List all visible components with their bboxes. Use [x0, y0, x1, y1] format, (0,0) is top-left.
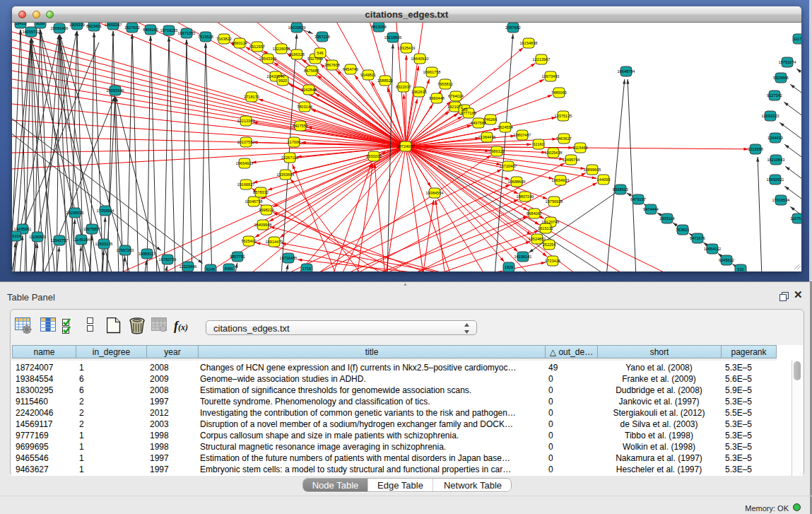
svg-text:12213363: 12213363 — [237, 119, 255, 123]
svg-text:18807249: 18807249 — [517, 194, 534, 199]
svg-text:10654112: 10654112 — [704, 247, 721, 251]
svg-text:9058: 9058 — [36, 23, 45, 25]
svg-text:15692921: 15692921 — [767, 177, 784, 182]
svg-text:7163822: 7163822 — [216, 37, 232, 41]
svg-text:17016534: 17016534 — [772, 198, 790, 202]
svg-text:3357224: 3357224 — [314, 35, 330, 39]
svg-text:16409948: 16409948 — [254, 223, 272, 227]
svg-text:10688609: 10688609 — [508, 180, 526, 184]
svg-text:16961758: 16961758 — [423, 70, 441, 74]
svg-text:14196141: 14196141 — [514, 255, 532, 259]
svg-text:16671355: 16671355 — [178, 31, 196, 35]
svg-text:6794024: 6794024 — [448, 94, 464, 98]
svg-text:2087682: 2087682 — [505, 25, 521, 30]
svg-text:8427552: 8427552 — [293, 124, 308, 128]
svg-text:8813054: 8813054 — [371, 25, 387, 29]
svg-text:9245612: 9245612 — [719, 258, 734, 262]
svg-text:10107552: 10107552 — [237, 140, 255, 144]
svg-text:16914479: 16914479 — [266, 240, 283, 244]
svg-text:8938923: 8938923 — [613, 187, 628, 192]
svg-text:9242848: 9242848 — [301, 88, 317, 92]
svg-text:9920: 9920 — [278, 78, 287, 83]
svg-text:3215958: 3215958 — [748, 147, 763, 151]
svg-text:1588520: 1588520 — [377, 78, 393, 83]
svg-text:252254: 252254 — [543, 243, 556, 247]
svg-text:10719155: 10719155 — [160, 28, 178, 33]
svg-text:3698222: 3698222 — [259, 208, 274, 212]
svg-text:9227342: 9227342 — [767, 93, 782, 98]
svg-text:9777169: 9777169 — [461, 111, 476, 115]
svg-text:8454749: 8454749 — [343, 67, 358, 71]
svg-text:763621: 763621 — [676, 228, 690, 232]
svg-text:19218506: 19218506 — [384, 35, 402, 40]
svg-text:9115460: 9115460 — [572, 146, 587, 150]
svg-text:15716485: 15716485 — [280, 256, 298, 260]
svg-text:12213967: 12213967 — [533, 57, 551, 62]
svg-text:7485063: 7485063 — [551, 90, 567, 95]
svg-text:2935114: 2935114 — [659, 216, 674, 221]
svg-text:3624554: 3624554 — [498, 125, 513, 129]
svg-text:8675685: 8675685 — [304, 69, 319, 73]
svg-text:8923401: 8923401 — [86, 24, 102, 28]
svg-text:39154: 39154 — [12, 234, 21, 238]
svg-text:20053346: 20053346 — [107, 88, 124, 93]
svg-text:10807487: 10807487 — [514, 133, 531, 137]
svg-text:2867608: 2867608 — [324, 63, 340, 67]
svg-text:8660124: 8660124 — [232, 41, 247, 45]
svg-text:117006: 117006 — [288, 140, 300, 144]
svg-text:12375125: 12375125 — [555, 114, 572, 118]
svg-text:7803144: 7803144 — [297, 105, 312, 109]
svg-text:14055712: 14055712 — [23, 30, 40, 34]
svg-text:10025438: 10025438 — [545, 151, 563, 155]
svg-text:8471676: 8471676 — [690, 236, 705, 240]
svg-text:2530203: 2530203 — [366, 154, 382, 158]
svg-text:13524851: 13524851 — [529, 237, 546, 241]
svg-text:19384554: 19384554 — [426, 191, 444, 195]
svg-text:13325419: 13325419 — [398, 46, 416, 50]
svg-text:9474444: 9474444 — [643, 207, 659, 211]
svg-text:12323446: 12323446 — [180, 264, 197, 269]
svg-text:1615132: 1615132 — [538, 226, 553, 230]
svg-text:7625402: 7625402 — [241, 239, 257, 243]
svg-text:10543362: 10543362 — [259, 57, 277, 61]
svg-text:9463627: 9463627 — [556, 136, 572, 141]
svg-text:6466160: 6466160 — [143, 28, 158, 32]
svg-text:9245: 9245 — [206, 267, 215, 271]
svg-text:1527602: 1527602 — [124, 25, 140, 30]
svg-text:9329966: 9329966 — [773, 76, 789, 80]
svg-text:19654923: 19654923 — [552, 178, 570, 182]
svg-text:10899605: 10899605 — [584, 168, 601, 172]
svg-text:19654923: 19654923 — [236, 161, 254, 165]
svg-text:9990448: 9990448 — [429, 96, 445, 100]
svg-text:13353694: 13353694 — [277, 173, 295, 177]
svg-text:10653267: 10653267 — [105, 23, 122, 27]
svg-text:1829: 1829 — [505, 265, 513, 269]
svg-text:7515528: 7515528 — [198, 35, 213, 39]
svg-text:9857791: 9857791 — [230, 255, 245, 259]
svg-text:8322037: 8322037 — [396, 85, 411, 89]
svg-text:18724007: 18724007 — [397, 144, 415, 148]
svg-text:1733426: 1733426 — [545, 259, 560, 263]
svg-text:9146821: 9146821 — [360, 73, 376, 77]
svg-text:20091406: 20091406 — [51, 26, 69, 30]
svg-text:746266: 746266 — [484, 117, 498, 122]
svg-text:16033809: 16033809 — [288, 25, 306, 30]
svg-text:11156829: 11156829 — [29, 235, 46, 239]
svg-text:546: 546 — [317, 51, 323, 55]
svg-text:62160: 62160 — [533, 142, 544, 146]
svg-text:1362615: 1362615 — [411, 90, 427, 94]
svg-text:8912957: 8912957 — [249, 45, 265, 49]
svg-text:16782759: 16782759 — [159, 257, 177, 262]
svg-text:16648784: 16648784 — [618, 69, 635, 74]
svg-text:12942757: 12942757 — [51, 238, 69, 243]
svg-text:17957253: 17957253 — [117, 248, 134, 252]
svg-text:1167534: 1167534 — [790, 216, 801, 221]
svg-text:10973493: 10973493 — [542, 74, 560, 78]
svg-text:13267110: 13267110 — [281, 156, 298, 160]
svg-text:6479197: 6479197 — [630, 197, 646, 201]
svg-text:10046738: 10046738 — [245, 199, 263, 204]
svg-text:18435: 18435 — [15, 23, 26, 25]
svg-text:13226058: 13226058 — [273, 47, 290, 51]
svg-text:8578332: 8578332 — [253, 190, 269, 194]
svg-text:8196328: 8196328 — [289, 52, 305, 57]
